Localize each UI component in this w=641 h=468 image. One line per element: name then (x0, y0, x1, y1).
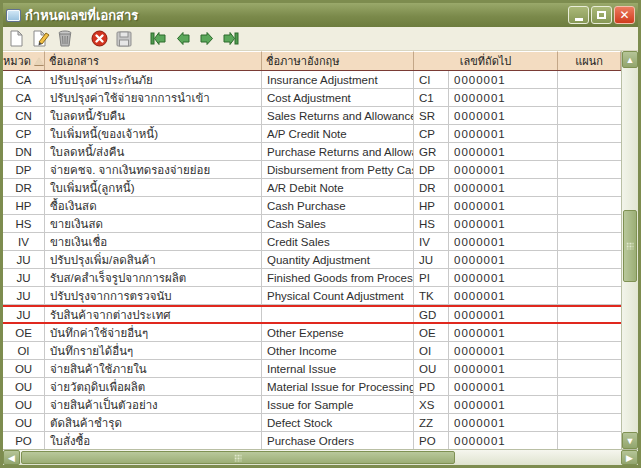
minimize-button[interactable] (568, 6, 589, 24)
new-document-icon (8, 30, 25, 47)
table-row[interactable]: OU จ่ายวัตถุดิบเพื่อผลิต Material Issue … (3, 378, 621, 396)
close-button[interactable]: ✕ (614, 6, 635, 24)
cell-next-number: 0000001 (449, 161, 558, 178)
cell-name-th: ตัดสินค้าชำรุด (45, 414, 262, 431)
cell-next-number: 0000001 (449, 324, 558, 341)
cell-category: CA (3, 71, 45, 88)
table-row[interactable]: OI บันทึกรายได้อื่นๆ Other Income OI 000… (3, 342, 621, 360)
grid-body: CA ปรับปรุงค่าประกันภัย Insurance Adjust… (3, 71, 621, 449)
cell-name-th: รับสินค้าจากต่างประเทศ (45, 307, 262, 322)
cell-prefix: SR (414, 107, 449, 124)
cell-next-number: 0000001 (449, 143, 558, 160)
table-row[interactable]: DN ใบลดหนี้/ส่งคืน Purchase Returns and … (3, 143, 621, 161)
table-row[interactable]: IV ขายเงินเชื่อ Credit Sales IV 0000001 (3, 233, 621, 251)
table-row[interactable]: HP ซื้อเงินสด Cash Purchase HP 0000001 (3, 197, 621, 215)
horizontal-scrollbar[interactable]: ◀ ▶ (3, 449, 638, 465)
table-row[interactable]: DR ใบเพิ่มหนี้(ลูกหนี้) A/R Debit Note D… (3, 179, 621, 197)
chevron-up-icon: ▲ (626, 55, 635, 65)
table-row[interactable]: CP ใบเพิ่มหนี้(ของเจ้าหนี้) A/P Credit N… (3, 125, 621, 143)
cell-prefix: CI (414, 71, 449, 88)
cell-department (558, 432, 621, 449)
vertical-scroll-thumb[interactable] (623, 210, 637, 282)
cell-name-en: Other Expense (262, 324, 414, 341)
column-header-next-number[interactable]: เลขที่ถัดไป (414, 51, 558, 70)
cell-prefix: PD (414, 378, 449, 395)
cell-prefix: GD (414, 307, 449, 322)
table-row[interactable]: CA ปรับปรุงค่าประกันภัย Insurance Adjust… (3, 71, 621, 89)
chevron-right-icon: ▶ (626, 453, 633, 463)
horizontal-scroll-thumb[interactable] (21, 451, 455, 464)
table-row[interactable]: HS ขายเงินสด Cash Sales HS 0000001 (3, 215, 621, 233)
table-row[interactable]: JU ปรับปรุงจากการตรวจนับ Physical Count … (3, 287, 621, 305)
cell-department (558, 143, 621, 160)
table-row[interactable]: OE บันทึกค่าใช้จ่ายอื่นๆ Other Expense O… (3, 324, 621, 342)
scroll-up-button[interactable]: ▲ (622, 51, 638, 68)
next-record-button[interactable] (196, 29, 217, 49)
scroll-down-button[interactable]: ▼ (622, 432, 638, 449)
cell-name-th: บันทึกรายได้อื่นๆ (45, 342, 262, 359)
cell-category: HS (3, 215, 45, 232)
thumb-grip (235, 454, 242, 461)
cell-category: JU (3, 269, 45, 286)
table-row[interactable]: JU รับสินค้าจากต่างประเทศ GD 0000001 (3, 305, 621, 324)
cell-prefix: CP (414, 125, 449, 142)
cell-name-th: ใบสั่งซื้อ (45, 432, 262, 449)
cell-next-number: 0000001 (449, 71, 558, 88)
first-record-button[interactable] (148, 29, 169, 49)
maximize-button[interactable] (591, 6, 612, 24)
horizontal-scroll-track[interactable] (20, 450, 621, 465)
table-row[interactable]: OU จ่ายสินค้าเป็นตัวอย่าง Issue for Samp… (3, 396, 621, 414)
table-row[interactable]: OU ตัดสินค้าชำรุด Defect Stock ZZ 000000… (3, 414, 621, 432)
sort-ascending-icon (34, 57, 44, 65)
cell-name-th: จ่ายสินค้าเป็นตัวอย่าง (45, 396, 262, 413)
column-header-next-number-label: เลขที่ถัดไป (460, 52, 512, 70)
cell-prefix: OI (414, 342, 449, 359)
cell-name-en: Physical Count Adjustment (262, 287, 414, 304)
app-window: กำหนดเลขที่เอกสาร ✕ (0, 0, 641, 468)
previous-record-button[interactable] (172, 29, 193, 49)
cell-name-en: A/P Credit Note (262, 125, 414, 142)
cell-name-en: Other Income (262, 342, 414, 359)
save-button[interactable] (113, 29, 134, 49)
table-row[interactable]: JU รับส/คสำเร็จรูปจากการผลิต Finished Go… (3, 269, 621, 287)
cell-department (558, 324, 621, 341)
column-header-department-label: แผนก (575, 52, 603, 70)
column-header-department[interactable]: แผนก (558, 51, 621, 70)
cell-next-number: 0000001 (449, 233, 558, 250)
cell-category: IV (3, 233, 45, 250)
table-row[interactable]: PO ใบสั่งซื้อ Purchase Orders PO 0000001 (3, 432, 621, 449)
table-row[interactable]: CA ปรับปรุงค่าใช้จ่ายจากการนำเข้า Cost A… (3, 89, 621, 107)
column-header-name-en-label: ชื่อภาษาอังกฤษ (266, 52, 339, 70)
table-row[interactable]: DP จ่ายคชจ. จากเงินทดรองจ่ายย่อย Disburs… (3, 161, 621, 179)
cell-name-en: Quantity Adjustment (262, 251, 414, 268)
vertical-scroll-track[interactable] (622, 68, 638, 432)
edit-document-button[interactable] (30, 29, 51, 49)
cell-name-th: จ่ายสินค้าใช้ภายใน (45, 360, 262, 377)
cell-prefix: TK (414, 287, 449, 304)
cancel-button[interactable] (89, 29, 110, 49)
cell-name-th: ปรับปรุงค่าประกันภัย (45, 71, 262, 88)
cell-next-number: 0000001 (449, 287, 558, 304)
table-row[interactable]: CN ใบลดหนี้/รับคืน Sales Returns and All… (3, 107, 621, 125)
column-header-name-en[interactable]: ชื่อภาษาอังกฤษ (262, 51, 414, 70)
cell-category: OU (3, 378, 45, 395)
last-record-button[interactable] (220, 29, 241, 49)
cell-category: HP (3, 197, 45, 214)
scroll-left-button[interactable]: ◀ (3, 450, 20, 465)
scroll-right-button[interactable]: ▶ (621, 450, 638, 465)
column-header-category[interactable]: หมวด (3, 51, 45, 70)
delete-document-button[interactable] (54, 29, 75, 49)
column-header-name-th[interactable]: ชื่อเอกสาร (45, 51, 262, 70)
last-record-icon (221, 31, 240, 46)
table-row[interactable]: JU ปรับปรุงเพิ่ม/ลดสินค้า Quantity Adjus… (3, 251, 621, 269)
cell-name-th: ใบเพิ่มหนี้(ลูกหนี้) (45, 179, 262, 196)
new-document-button[interactable] (6, 29, 27, 49)
table-row[interactable]: OU จ่ายสินค้าใช้ภายใน Internal Issue OU … (3, 360, 621, 378)
delete-icon (57, 30, 73, 47)
cell-prefix: ZZ (414, 414, 449, 431)
cell-name-th: ปรับปรุงค่าใช้จ่ายจากการนำเข้า (45, 89, 262, 106)
column-header-category-label: หมวด (3, 52, 31, 70)
maximize-icon (597, 11, 606, 19)
cell-name-en: Purchase Orders (262, 432, 414, 449)
vertical-scrollbar[interactable]: ▲ ▼ (621, 51, 638, 449)
